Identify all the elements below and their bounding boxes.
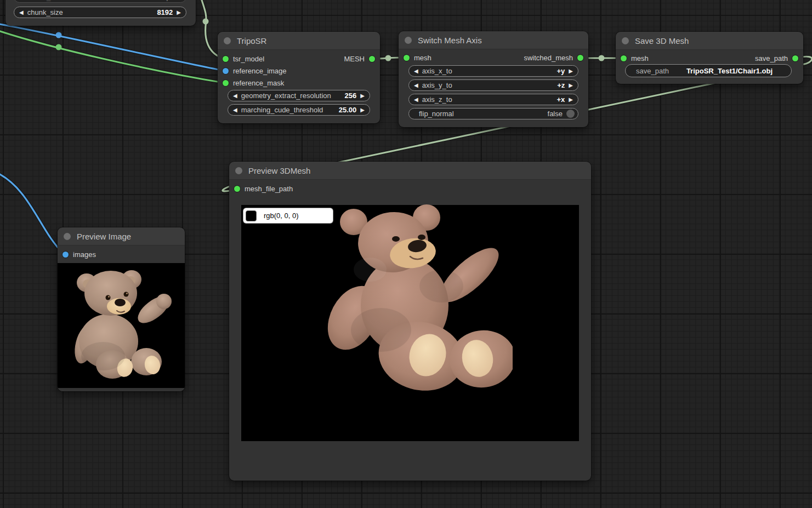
input-slot-reference-image[interactable]: reference_image bbox=[223, 65, 287, 76]
node-title: Preview Image bbox=[77, 232, 131, 241]
input-slot-mesh[interactable]: mesh bbox=[404, 52, 431, 63]
node-titlebar[interactable]: Save 3D Mesh bbox=[616, 32, 803, 50]
flip-normal-widget[interactable]: flip_normal false bbox=[408, 108, 578, 119]
collapse-toggle-icon[interactable] bbox=[224, 37, 231, 44]
teddy-bear-photo bbox=[65, 266, 177, 385]
input-slot-tsr-model[interactable]: tsr_model bbox=[223, 53, 264, 64]
mesh-viewport[interactable] bbox=[241, 205, 579, 441]
decrement-arrow-icon[interactable]: ◀ bbox=[414, 83, 418, 88]
node-titlebar[interactable]: Switch Mesh Axis bbox=[399, 31, 588, 49]
widget-label: chunk_size bbox=[27, 8, 63, 16]
output-slot-save-path[interactable]: save_path bbox=[755, 53, 798, 64]
flip-normal-toggle[interactable] bbox=[566, 110, 575, 118]
increment-arrow-icon[interactable]: ▶ bbox=[177, 10, 181, 15]
increment-arrow-icon[interactable]: ▶ bbox=[569, 97, 573, 102]
axis-z-to-widget[interactable]: ◀ axis_z_to +x ▶ bbox=[408, 94, 578, 105]
color-swatch[interactable] bbox=[246, 210, 257, 221]
node-title: Switch Mesh Axis bbox=[418, 36, 482, 45]
graph-canvas[interactable]: ◀ model_name model.ckpt ▶ ◀ chunk_size 8… bbox=[0, 0, 812, 508]
output-slot-mesh[interactable]: MESH bbox=[344, 53, 375, 64]
decrement-arrow-icon[interactable]: ◀ bbox=[19, 10, 24, 15]
node-titlebar[interactable]: Preview 3DMesh bbox=[229, 162, 591, 180]
output-slot-switched-mesh[interactable]: switched_mesh bbox=[524, 52, 583, 63]
node-switch-mesh-axis[interactable]: Switch Mesh Axis mesh switched_mesh ◀ ax… bbox=[399, 31, 588, 127]
link-image-to-reference-image bbox=[0, 24, 224, 71]
increment-arrow-icon[interactable]: ▶ bbox=[569, 69, 573, 74]
chunk-size-widget[interactable]: ◀ chunk_size 8192 ▶ bbox=[14, 7, 186, 18]
bgcolor-picker[interactable]: rgb(0, 0, 0) bbox=[243, 208, 333, 223]
input-slot-mesh-file-path[interactable]: mesh_file_path bbox=[234, 183, 293, 194]
node-checkpoint-loader[interactable]: ◀ model_name model.ckpt ▶ ◀ chunk_size 8… bbox=[5, 0, 196, 26]
collapse-toggle-icon[interactable] bbox=[405, 37, 412, 44]
slot-dot[interactable] bbox=[404, 55, 410, 61]
input-slot-mesh[interactable]: mesh bbox=[621, 53, 649, 64]
slot-dot[interactable] bbox=[223, 80, 229, 86]
node-titlebar[interactable]: Preview Image bbox=[58, 227, 185, 246]
slot-dot[interactable] bbox=[63, 252, 69, 258]
color-value: rgb(0, 0, 0) bbox=[264, 212, 299, 220]
widget-value: 8192 bbox=[157, 8, 173, 16]
collapse-toggle-icon[interactable] bbox=[622, 37, 629, 44]
axis-y-to-widget[interactable]: ◀ axis_y_to +z ▶ bbox=[408, 79, 578, 91]
preview-image-canvas[interactable] bbox=[58, 263, 185, 388]
link-mask-to-reference-mask bbox=[0, 30, 224, 83]
node-title: Save 3D Mesh bbox=[635, 36, 689, 45]
increment-arrow-icon[interactable]: ▶ bbox=[360, 107, 365, 113]
decrement-arrow-icon[interactable]: ◀ bbox=[414, 97, 418, 102]
node-footer bbox=[58, 388, 185, 391]
marching-cude-threshold-widget[interactable]: ◀ marching_cude_threshold 25.00 ▶ bbox=[228, 104, 370, 116]
save-path-widget[interactable]: save_path TripoSR_Test1/Chair1.obj bbox=[625, 64, 792, 77]
node-title: TripoSR bbox=[237, 36, 266, 45]
input-slot-images[interactable]: images bbox=[63, 249, 96, 260]
increment-arrow-icon[interactable]: ▶ bbox=[569, 83, 573, 88]
decrement-arrow-icon[interactable]: ◀ bbox=[233, 107, 237, 113]
node-titlebar[interactable]: TripoSR bbox=[218, 32, 380, 50]
input-slot-reference-mask[interactable]: reference_mask bbox=[223, 77, 284, 88]
node-title: Preview 3DMesh bbox=[248, 166, 310, 175]
slot-dot[interactable] bbox=[577, 55, 583, 61]
model-name-widget[interactable]: ◀ model_name model.ckpt ▶ bbox=[14, 0, 186, 3]
link-image-to-preview-image bbox=[0, 173, 63, 253]
widget-value: model.ckpt bbox=[135, 0, 173, 1]
decrement-arrow-icon[interactable]: ◀ bbox=[414, 69, 418, 74]
collapse-toggle-icon[interactable] bbox=[64, 233, 71, 240]
teddy-bear-mesh-render bbox=[315, 204, 513, 407]
axis-x-to-widget[interactable]: ◀ axis_x_to +y ▶ bbox=[408, 65, 578, 77]
widget-label: model_name bbox=[27, 0, 69, 1]
node-preview-image[interactable]: Preview Image images bbox=[58, 227, 185, 391]
node-preview-3dmesh[interactable]: Preview 3DMesh mesh_file_path bbox=[229, 162, 591, 481]
slot-dot[interactable] bbox=[234, 186, 240, 192]
geometry-extract-resolution-widget[interactable]: ◀ geometry_extract_resolution 256 ▶ bbox=[228, 90, 370, 101]
collapse-toggle-icon[interactable] bbox=[235, 167, 242, 174]
node-save-3d-mesh[interactable]: Save 3D Mesh mesh save_path save_path Tr… bbox=[616, 32, 803, 84]
node-triposr[interactable]: TripoSR tsr_model MESH reference_image r… bbox=[218, 32, 380, 123]
slot-dot[interactable] bbox=[223, 56, 229, 62]
slot-dot[interactable] bbox=[621, 55, 627, 61]
slot-dot[interactable] bbox=[223, 68, 229, 74]
decrement-arrow-icon[interactable]: ◀ bbox=[233, 93, 237, 99]
slot-dot[interactable] bbox=[792, 55, 798, 61]
increment-arrow-icon[interactable]: ▶ bbox=[360, 93, 365, 99]
slot-dot[interactable] bbox=[369, 56, 375, 62]
